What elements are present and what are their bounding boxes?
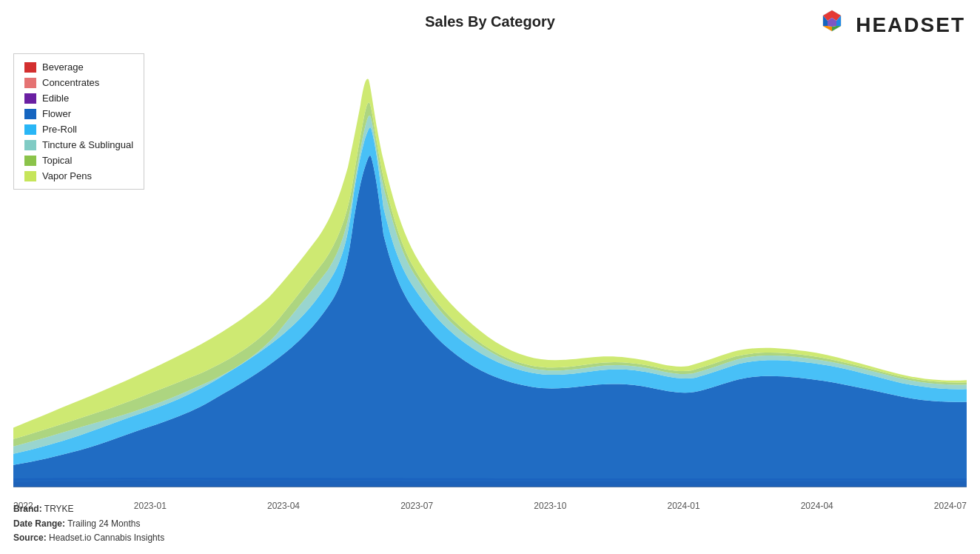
legend-swatch-vaporpens bbox=[24, 171, 36, 181]
legend-swatch-tincture bbox=[24, 140, 36, 150]
legend-swatch-beverage bbox=[24, 62, 36, 73]
footer-info: Brand: TRYKE Date Range: Trailing 24 Mon… bbox=[13, 502, 164, 545]
legend-label-topical: Topical bbox=[42, 155, 72, 166]
brand-label: Brand: bbox=[13, 504, 42, 514]
legend-swatch-flower bbox=[24, 109, 36, 119]
legend-label-concentrates: Concentrates bbox=[42, 77, 99, 88]
legend-item-edible: Edible bbox=[24, 93, 133, 104]
x-label-5: 2024-01 bbox=[668, 501, 700, 511]
x-label-3: 2023-07 bbox=[400, 501, 433, 511]
chart-area bbox=[13, 48, 967, 487]
legend-swatch-edible bbox=[24, 93, 36, 104]
legend-item-concentrates: Concentrates bbox=[24, 77, 133, 88]
source-label: Source: bbox=[13, 533, 47, 543]
legend-label-vaporpens: Vapor Pens bbox=[42, 170, 92, 181]
x-label-2: 2023-04 bbox=[267, 501, 300, 511]
footer-source: Source: Headset.io Cannabis Insights bbox=[13, 531, 164, 545]
footer-brand: Brand: TRYKE bbox=[13, 502, 164, 516]
legend-label-preroll: Pre-Roll bbox=[42, 124, 77, 135]
chart-legend: Beverage Concentrates Edible Flower Pre-… bbox=[13, 53, 144, 190]
legend-item-tincture: Tincture & Sublingual bbox=[24, 139, 133, 150]
legend-label-edible: Edible bbox=[42, 93, 69, 104]
legend-item-preroll: Pre-Roll bbox=[24, 124, 133, 135]
chart-title: Sales By Category bbox=[0, 13, 980, 30]
legend-swatch-preroll bbox=[24, 124, 36, 135]
page-container: HEADSET Sales By Category Beverage Conce… bbox=[0, 0, 980, 554]
legend-label-tincture: Tincture & Sublingual bbox=[42, 139, 133, 150]
legend-item-flower: Flower bbox=[24, 108, 133, 119]
daterange-value: Trailing 24 Months bbox=[67, 518, 140, 529]
x-label-4: 2023-10 bbox=[534, 501, 566, 511]
chart-svg bbox=[13, 48, 967, 487]
source-value: Headset.io Cannabis Insights bbox=[49, 533, 164, 543]
legend-item-topical: Topical bbox=[24, 155, 133, 166]
legend-item-beverage: Beverage bbox=[24, 61, 133, 73]
legend-swatch-concentrates bbox=[24, 78, 36, 88]
footer-daterange: Date Range: Trailing 24 Months bbox=[13, 517, 164, 531]
legend-label-flower: Flower bbox=[42, 108, 71, 119]
legend-label-beverage: Beverage bbox=[42, 61, 84, 73]
legend-swatch-topical bbox=[24, 156, 36, 166]
brand-value: TRYKE bbox=[44, 504, 74, 514]
x-label-7: 2024-07 bbox=[934, 501, 967, 511]
daterange-label: Date Range: bbox=[13, 518, 65, 529]
legend-item-vaporpens: Vapor Pens bbox=[24, 170, 133, 181]
x-label-6: 2024-04 bbox=[801, 501, 833, 511]
